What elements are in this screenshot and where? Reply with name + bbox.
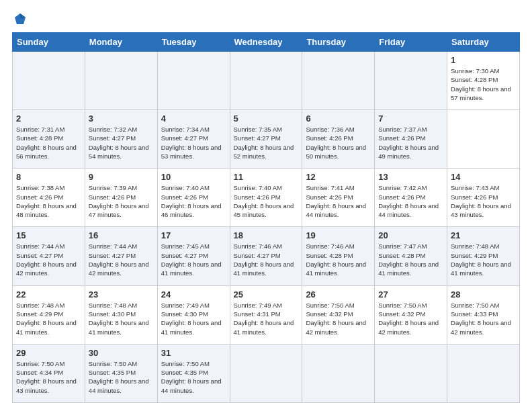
day-number: 5 [234,113,299,124]
day-number: 19 [306,230,371,240]
day-number: 28 [451,289,516,300]
calendar-cell: 6Sunrise: 7:36 AMSunset: 4:26 PMDaylight… [302,110,375,169]
calendar-cell: 24Sunrise: 7:49 AMSunset: 4:30 PMDayligh… [157,285,230,344]
calendar-cell: 8Sunrise: 7:38 AMSunset: 4:26 PMDaylight… [13,169,85,227]
calendar-cell [302,52,375,110]
calendar-cell: 15Sunrise: 7:44 AMSunset: 4:27 PMDayligh… [13,227,85,285]
logo [12,12,27,26]
calendar-cell [85,52,157,110]
day-number: 7 [378,113,443,124]
day-number: 11 [234,172,299,182]
day-number: 12 [306,172,371,182]
calendar-cell [375,344,447,402]
calendar-cell: 1Sunrise: 7:30 AMSunset: 4:28 PMDaylight… [447,52,520,110]
day-number: 14 [451,172,516,182]
calendar-cell: 29Sunrise: 7:50 AMSunset: 4:34 PMDayligh… [13,344,85,402]
page: SundayMondayTuesdayWednesdayThursdayFrid… [0,0,532,411]
calendar-day-header: Friday [375,33,447,52]
day-info: Sunrise: 7:48 AMSunset: 4:30 PMDaylight:… [89,301,154,336]
calendar-week-row: 29Sunrise: 7:50 AMSunset: 4:34 PMDayligh… [13,344,520,402]
calendar-cell: 7Sunrise: 7:37 AMSunset: 4:26 PMDaylight… [375,110,447,169]
day-info: Sunrise: 7:50 AMSunset: 4:34 PMDaylight:… [16,359,81,395]
calendar-cell: 20Sunrise: 7:47 AMSunset: 4:28 PMDayligh… [375,227,447,285]
calendar-cell: 18Sunrise: 7:46 AMSunset: 4:27 PMDayligh… [230,227,302,285]
day-info: Sunrise: 7:44 AMSunset: 4:27 PMDaylight:… [16,242,81,277]
day-info: Sunrise: 7:50 AMSunset: 4:33 PMDaylight:… [451,301,516,336]
day-number: 2 [16,113,81,124]
day-number: 20 [378,230,443,240]
calendar-cell: 5Sunrise: 7:35 AMSunset: 4:27 PMDaylight… [230,110,302,169]
day-info: Sunrise: 7:38 AMSunset: 4:26 PMDaylight:… [16,183,81,219]
day-info: Sunrise: 7:40 AMSunset: 4:26 PMDaylight:… [234,183,299,219]
calendar-week-row: 22Sunrise: 7:48 AMSunset: 4:29 PMDayligh… [13,285,520,344]
calendar-cell: 9Sunrise: 7:39 AMSunset: 4:26 PMDaylight… [85,169,157,227]
day-number: 23 [89,289,154,300]
calendar-day-header: Tuesday [157,33,230,52]
day-info: Sunrise: 7:50 AMSunset: 4:32 PMDaylight:… [378,301,443,336]
calendar-cell: 28Sunrise: 7:50 AMSunset: 4:33 PMDayligh… [447,285,520,344]
calendar-cell: 27Sunrise: 7:50 AMSunset: 4:32 PMDayligh… [375,285,447,344]
calendar-cell [447,344,520,402]
day-info: Sunrise: 7:31 AMSunset: 4:28 PMDaylight:… [16,125,81,161]
day-info: Sunrise: 7:48 AMSunset: 4:29 PMDaylight:… [451,242,516,277]
calendar-cell: 30Sunrise: 7:50 AMSunset: 4:35 PMDayligh… [85,344,157,402]
calendar-cell: 12Sunrise: 7:41 AMSunset: 4:26 PMDayligh… [302,169,375,227]
day-number: 4 [161,113,226,124]
calendar-cell: 2Sunrise: 7:31 AMSunset: 4:28 PMDaylight… [13,110,85,169]
day-number: 9 [89,172,154,182]
calendar-cell: 10Sunrise: 7:40 AMSunset: 4:26 PMDayligh… [157,169,230,227]
day-info: Sunrise: 7:36 AMSunset: 4:26 PMDaylight:… [306,125,371,161]
day-info: Sunrise: 7:35 AMSunset: 4:27 PMDaylight:… [234,125,299,161]
day-info: Sunrise: 7:30 AMSunset: 4:28 PMDaylight:… [451,66,516,102]
day-info: Sunrise: 7:46 AMSunset: 4:28 PMDaylight:… [306,242,371,277]
calendar-cell: 14Sunrise: 7:43 AMSunset: 4:26 PMDayligh… [447,169,520,227]
day-number: 15 [16,230,81,240]
day-number: 24 [161,289,226,300]
calendar-cell: 17Sunrise: 7:45 AMSunset: 4:27 PMDayligh… [157,227,230,285]
calendar-header-row: SundayMondayTuesdayWednesdayThursdayFrid… [13,33,520,52]
calendar-week-row: 1Sunrise: 7:30 AMSunset: 4:28 PMDaylight… [13,52,520,110]
day-info: Sunrise: 7:40 AMSunset: 4:26 PMDaylight:… [161,183,226,219]
calendar-cell: 21Sunrise: 7:48 AMSunset: 4:29 PMDayligh… [447,227,520,285]
day-number: 31 [161,348,226,358]
day-info: Sunrise: 7:49 AMSunset: 4:31 PMDaylight:… [234,301,299,336]
calendar-cell [157,52,230,110]
day-info: Sunrise: 7:46 AMSunset: 4:27 PMDaylight:… [234,242,299,277]
calendar-cell: 16Sunrise: 7:44 AMSunset: 4:27 PMDayligh… [85,227,157,285]
logo-icon [13,12,27,26]
day-number: 29 [16,348,81,358]
day-info: Sunrise: 7:42 AMSunset: 4:26 PMDaylight:… [378,183,443,219]
day-info: Sunrise: 7:39 AMSunset: 4:26 PMDaylight:… [89,183,154,219]
day-info: Sunrise: 7:37 AMSunset: 4:26 PMDaylight:… [378,125,443,161]
calendar-cell [302,344,375,402]
day-number: 1 [451,55,516,65]
calendar-cell: 4Sunrise: 7:34 AMSunset: 4:27 PMDaylight… [157,110,230,169]
calendar-cell: 26Sunrise: 7:50 AMSunset: 4:32 PMDayligh… [302,285,375,344]
day-info: Sunrise: 7:44 AMSunset: 4:27 PMDaylight:… [89,242,154,277]
day-number: 10 [161,172,226,182]
calendar-cell: 3Sunrise: 7:32 AMSunset: 4:27 PMDaylight… [85,110,157,169]
day-number: 18 [234,230,299,240]
day-info: Sunrise: 7:49 AMSunset: 4:30 PMDaylight:… [161,301,226,336]
day-number: 22 [16,289,81,300]
day-number: 3 [89,113,154,124]
calendar-cell: 19Sunrise: 7:46 AMSunset: 4:28 PMDayligh… [302,227,375,285]
day-number: 27 [378,289,443,300]
calendar-table: SundayMondayTuesdayWednesdayThursdayFrid… [12,32,520,403]
day-info: Sunrise: 7:41 AMSunset: 4:26 PMDaylight:… [306,183,371,219]
calendar-cell [230,52,302,110]
calendar-day-header: Sunday [13,33,85,52]
calendar-week-row: 2Sunrise: 7:31 AMSunset: 4:28 PMDaylight… [13,110,520,169]
calendar-cell [230,344,302,402]
day-info: Sunrise: 7:50 AMSunset: 4:35 PMDaylight:… [161,359,226,395]
calendar-cell: 23Sunrise: 7:48 AMSunset: 4:30 PMDayligh… [85,285,157,344]
calendar-cell: 31Sunrise: 7:50 AMSunset: 4:35 PMDayligh… [157,344,230,402]
calendar-week-row: 15Sunrise: 7:44 AMSunset: 4:27 PMDayligh… [13,227,520,285]
calendar-cell: 22Sunrise: 7:48 AMSunset: 4:29 PMDayligh… [13,285,85,344]
day-number: 25 [234,289,299,300]
day-info: Sunrise: 7:47 AMSunset: 4:28 PMDaylight:… [378,242,443,277]
calendar-cell: 11Sunrise: 7:40 AMSunset: 4:26 PMDayligh… [230,169,302,227]
day-number: 13 [378,172,443,182]
day-info: Sunrise: 7:48 AMSunset: 4:29 PMDaylight:… [16,301,81,336]
header [12,12,520,26]
